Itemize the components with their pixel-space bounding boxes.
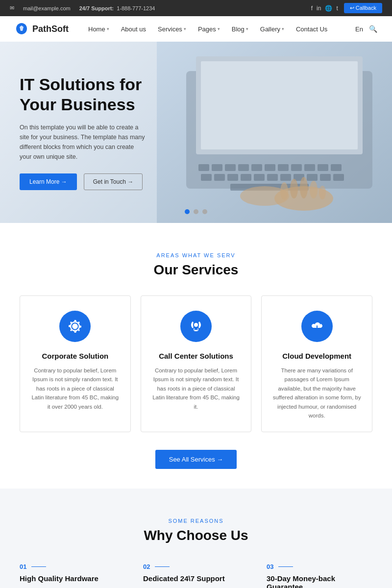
service-title-cloud: Cloud Development [272, 352, 361, 360]
cloud-icon-wrap [301, 311, 333, 342]
support-label: 24/7 Support: 1-888-777-1234 [79, 5, 155, 11]
nav-contact[interactable]: Contact Us [296, 25, 327, 33]
why-number-2: 02 [143, 563, 249, 570]
hero-description: On this template you will be able to cre… [20, 122, 147, 162]
corporate-icon-wrap [59, 311, 91, 342]
svg-rect-19 [254, 174, 265, 181]
svg-point-45 [74, 325, 76, 328]
svg-rect-18 [241, 174, 251, 181]
service-title-corporate: Corporate Solution [31, 352, 120, 360]
logo-icon [15, 22, 28, 36]
why-item-2: 02 Dedicated 24\7 Support You can rely o… [143, 563, 249, 588]
hero-content: IT Solutions for Your Business On this t… [0, 55, 186, 210]
services-title: Our Services [20, 262, 372, 278]
nav-links: Home ▾ About us Services ▾ Pages ▾ Blog … [88, 25, 355, 33]
social-icons: f in 🌐 t [311, 5, 338, 12]
why-number-1: 01 [20, 563, 125, 570]
svg-rect-5 [212, 164, 222, 171]
nav-about[interactable]: About us [121, 25, 146, 33]
twitter-icon[interactable]: t [336, 5, 338, 12]
hero-title: IT Solutions for Your Business [20, 74, 167, 115]
logo-text: PathSoft [32, 24, 69, 34]
why-title-1: High Quality Hardware [20, 574, 125, 583]
svg-rect-21 [280, 174, 291, 181]
svg-rect-39 [79, 326, 81, 327]
svg-point-29 [280, 182, 288, 200]
svg-rect-47 [195, 330, 197, 331]
svg-rect-9 [265, 164, 275, 171]
hero-buttons: Learn More → Get in Touch → [20, 173, 167, 190]
nav-blog[interactable]: Blog ▾ [232, 25, 248, 33]
svg-rect-20 [267, 174, 278, 181]
services-grid: Corporate Solution Contrary to popular b… [20, 295, 372, 432]
nav-home[interactable]: Home ▾ [88, 25, 109, 33]
linkedin-icon[interactable]: 🌐 [325, 5, 332, 12]
why-title-2: Dedicated 24\7 Support [143, 574, 249, 583]
service-desc-corporate: Contrary to popular belief, Lorem Ipsum … [31, 366, 120, 411]
top-bar-right: f in 🌐 t ↩ Callback [311, 3, 382, 13]
hero-background-visual [157, 42, 392, 223]
svg-rect-4 [198, 164, 209, 171]
dot-2[interactable] [194, 209, 198, 214]
svg-point-33 [319, 186, 326, 199]
svg-rect-10 [278, 164, 289, 171]
svg-point-30 [290, 179, 298, 198]
svg-rect-36 [74, 320, 76, 322]
svg-rect-6 [225, 164, 236, 171]
why-item-1: 01 High Quality Hardware We use top-notc… [20, 563, 125, 588]
svg-rect-25 [333, 174, 344, 181]
gear-icon [68, 319, 82, 334]
facebook-icon[interactable]: f [311, 5, 313, 12]
why-label: SOME REASONS [20, 518, 372, 524]
svg-rect-8 [251, 164, 262, 171]
get-in-touch-button[interactable]: Get in Touch → [84, 173, 143, 190]
email-icon: ✉ [10, 5, 14, 11]
service-card-corporate: Corporate Solution Contrary to popular b… [20, 295, 131, 432]
nav-gallery[interactable]: Gallery ▾ [260, 25, 284, 33]
service-desc-cloud: There are many variations of passages of… [272, 366, 361, 420]
svg-rect-13 [318, 164, 328, 171]
top-bar-left: ✉ mail@example.com 24/7 Support: 1-888-7… [10, 5, 155, 11]
why-item-3: 03 30-Day Money-back Guarantee If you ar… [267, 563, 372, 588]
svg-rect-37 [74, 331, 76, 333]
svg-rect-14 [331, 164, 342, 171]
svg-point-32 [310, 181, 318, 198]
see-all-services-button[interactable]: See All Services → [155, 450, 237, 469]
nav-right: En 🔍 [355, 25, 377, 33]
svg-rect-11 [291, 164, 302, 171]
nav-pages[interactable]: Pages ▾ [198, 25, 220, 33]
instagram-icon[interactable]: in [317, 5, 321, 12]
why-header: SOME REASONS Why Choose Us [20, 518, 372, 543]
svg-rect-12 [304, 164, 315, 171]
logo[interactable]: PathSoft [15, 22, 69, 36]
cloud-download-icon [310, 319, 324, 334]
callcenter-icon-wrap [180, 311, 212, 342]
why-title-3: 30-Day Money-back Guarantee [267, 574, 372, 588]
why-number-3: 03 [267, 563, 372, 570]
dot-1[interactable] [185, 209, 190, 214]
nav-services[interactable]: Services ▾ [158, 25, 186, 33]
hero-dots [185, 209, 207, 214]
svg-rect-7 [238, 164, 249, 171]
svg-rect-17 [227, 174, 238, 181]
why-choose-section: SOME REASONS Why Choose Us 01 High Quali… [0, 489, 392, 588]
svg-rect-23 [307, 174, 318, 181]
service-desc-callcenter: Contrary to popular belief, Lorem Ipsum … [152, 366, 241, 411]
svg-rect-24 [320, 174, 331, 181]
dot-3[interactable] [202, 209, 207, 214]
services-section: AREAS WHAT WE SERV Our Services [0, 223, 392, 489]
service-card-cloud: Cloud Development There are many variati… [261, 295, 372, 432]
email-address: mail@example.com [23, 5, 71, 11]
hero-section: IT Solutions for Your Business On this t… [0, 42, 392, 223]
svg-point-46 [194, 323, 198, 327]
callback-button[interactable]: ↩ Callback [344, 3, 382, 13]
services-label: AREAS WHAT WE SERV [20, 252, 372, 258]
search-icon[interactable]: 🔍 [369, 25, 377, 33]
learn-more-button[interactable]: Learn More → [20, 173, 77, 190]
svg-point-31 [300, 177, 308, 198]
svg-rect-3 [201, 61, 358, 149]
svg-rect-38 [69, 326, 71, 327]
why-grid: 01 High Quality Hardware We use top-notc… [20, 563, 372, 588]
language-selector[interactable]: En [355, 25, 363, 33]
svg-rect-16 [214, 174, 225, 181]
